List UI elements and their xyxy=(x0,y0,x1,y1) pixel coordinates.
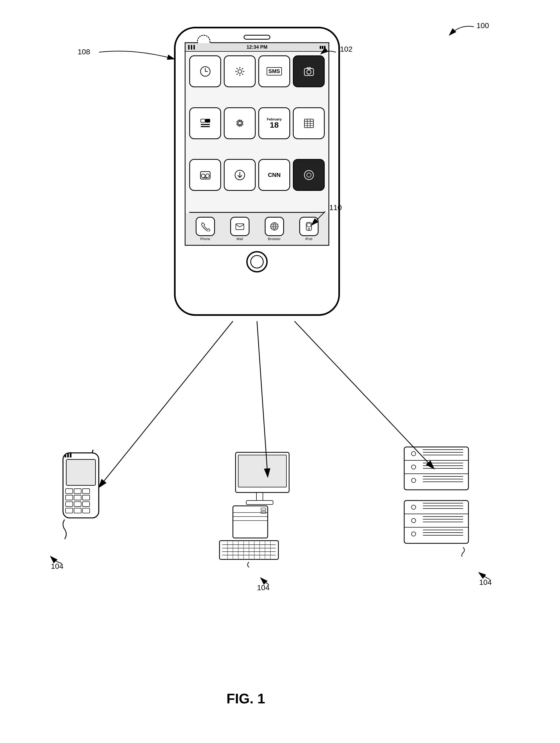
svg-rect-9 xyxy=(201,124,210,125)
svg-rect-46 xyxy=(82,501,90,507)
app-calendar-grid xyxy=(293,107,325,139)
svg-rect-44 xyxy=(66,501,73,507)
svg-rect-33 xyxy=(307,223,311,227)
app-camera xyxy=(293,55,325,87)
svg-rect-61 xyxy=(261,508,266,510)
server-rack-device xyxy=(396,444,487,558)
svg-point-96 xyxy=(412,518,416,523)
svg-point-32 xyxy=(308,228,310,230)
dock-phone: Phone xyxy=(189,215,221,242)
dock-phone-icon xyxy=(196,217,215,236)
svg-rect-8 xyxy=(206,119,210,122)
dock-mail-icon xyxy=(230,217,250,236)
dock-ipod-label: iPod xyxy=(305,237,312,241)
svg-rect-55 xyxy=(256,492,263,500)
svg-point-3 xyxy=(238,70,242,73)
status-time: 12:34 PM xyxy=(247,44,267,50)
app-ball xyxy=(293,159,325,191)
svg-rect-38 xyxy=(66,489,73,493)
home-button[interactable] xyxy=(246,251,268,272)
apps-grid: SMS February 18 xyxy=(185,52,329,212)
app-download xyxy=(224,159,256,191)
app-clock xyxy=(189,55,221,87)
signal-bars: ▌▌▌ xyxy=(188,45,196,49)
dock-browser-icon xyxy=(265,217,284,236)
svg-rect-45 xyxy=(74,501,81,507)
status-bar: ▌▌▌ 12:34 PM ▮▮▮ xyxy=(185,43,329,52)
dock-browser-label: Browser xyxy=(268,237,281,241)
dock-mail: Mail xyxy=(224,215,256,242)
ref-104-2: 104 xyxy=(257,583,269,592)
svg-rect-39 xyxy=(74,489,81,493)
svg-point-11 xyxy=(238,122,242,125)
svg-rect-37 xyxy=(67,459,95,485)
svg-point-19 xyxy=(201,174,205,178)
phone-speaker xyxy=(244,35,270,40)
dock-bar: Phone Mail Browser iPod xyxy=(185,213,329,245)
svg-rect-52 xyxy=(70,452,72,457)
ref-100: 100 xyxy=(476,21,489,30)
svg-point-5 xyxy=(307,70,311,74)
app-sms: SMS xyxy=(258,55,290,87)
ref-104-1: 104 xyxy=(51,562,63,571)
svg-point-97 xyxy=(412,532,416,536)
dock-browser: Browser xyxy=(258,215,290,242)
svg-rect-41 xyxy=(66,495,73,500)
phone-top-bar xyxy=(176,28,338,40)
svg-point-20 xyxy=(206,174,209,178)
svg-rect-7 xyxy=(201,119,205,122)
app-toggle xyxy=(189,107,221,139)
svg-rect-47 xyxy=(66,508,73,513)
svg-rect-43 xyxy=(82,495,90,500)
ref-102: 102 xyxy=(340,45,352,53)
svg-point-82 xyxy=(412,478,416,483)
dock-mail-label: Mail xyxy=(236,237,243,241)
svg-point-81 xyxy=(412,465,416,469)
svg-point-80 xyxy=(412,451,416,456)
svg-point-25 xyxy=(307,173,311,177)
smartphone-device: ▌▌▌ 12:34 PM ▮▮▮ SMS xyxy=(174,27,340,316)
mobile-phone-device xyxy=(40,450,115,542)
app-settings xyxy=(224,55,256,87)
figure-title: FIG. 1 xyxy=(226,691,265,707)
home-button-inner xyxy=(250,255,264,268)
svg-rect-50 xyxy=(64,455,66,457)
app-gear xyxy=(224,107,256,139)
svg-rect-57 xyxy=(233,506,268,538)
svg-rect-62 xyxy=(261,511,266,513)
app-cnn: CNN xyxy=(258,159,290,191)
app-voicemail xyxy=(189,159,221,191)
dock-ipod: iPod xyxy=(293,215,325,242)
ref-104-3: 104 xyxy=(479,578,492,587)
svg-point-24 xyxy=(304,171,313,180)
ref-110: 110 xyxy=(329,204,342,212)
dock-ipod-icon xyxy=(299,217,318,236)
phone-screen: ▌▌▌ 12:34 PM ▮▮▮ SMS xyxy=(185,42,329,246)
svg-rect-48 xyxy=(74,508,81,513)
app-calendar: February 18 xyxy=(258,107,290,139)
svg-rect-40 xyxy=(82,489,90,493)
svg-rect-54 xyxy=(238,455,287,487)
ref-108: 108 xyxy=(78,48,90,56)
svg-line-35 xyxy=(92,450,95,453)
svg-rect-10 xyxy=(201,126,210,127)
svg-rect-42 xyxy=(74,495,81,500)
battery-icon: ▮▮▮ xyxy=(319,45,326,49)
desktop-computer-device xyxy=(209,450,310,568)
dock-phone-label: Phone xyxy=(200,237,210,241)
svg-rect-49 xyxy=(82,508,90,513)
svg-rect-56 xyxy=(246,500,273,505)
svg-rect-51 xyxy=(67,454,69,458)
svg-point-95 xyxy=(412,505,416,509)
